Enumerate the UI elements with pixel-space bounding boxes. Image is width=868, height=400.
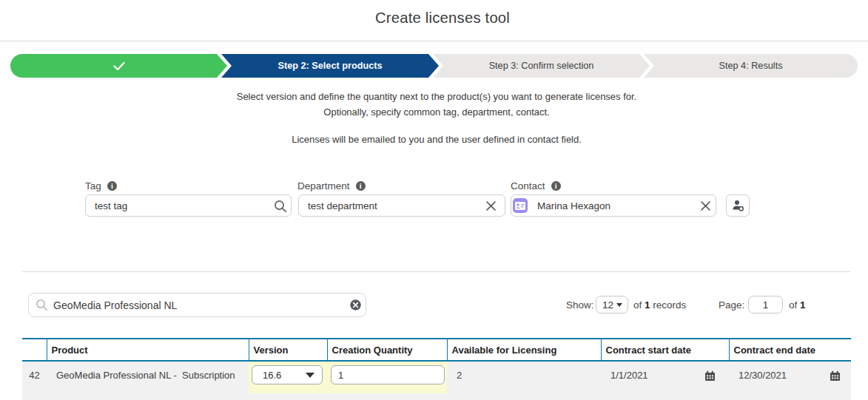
page-size-select[interactable]: 12 [596,296,628,313]
chevron-down-icon [616,303,622,307]
calendar-icon[interactable] [830,370,841,384]
header-version[interactable]: Version [249,339,327,361]
stepper-step-4[interactable]: Step 4: Results [644,54,858,78]
clear-x-icon[interactable] [485,200,497,211]
stepper-step-2-label: Step 2: Select products [277,61,382,71]
circle-clear-icon[interactable] [350,299,361,311]
records-of-text: of [633,299,642,311]
version-value: 16.6 [263,370,281,381]
page-summary: of 1 [789,299,806,311]
search-icon[interactable] [274,200,287,213]
tag-label-text: Tag [85,180,101,191]
page-input[interactable] [748,296,783,313]
instruction-line-2: Optionally, specify common tag, departme… [0,106,868,118]
header-divider [0,41,868,41]
info-icon[interactable]: i [551,181,561,191]
page-total: 1 [800,299,806,311]
page-title: Create licenses tool [0,10,868,27]
header-creation-quantity[interactable]: Creation Quantity [327,339,447,361]
contact-input[interactable] [511,194,716,217]
cell-contract-end-date: 12/30/2021 [729,361,851,400]
user-settings-icon [732,200,744,211]
cell-creation-quantity [327,361,447,400]
department-field-label: Department i [297,180,366,191]
info-icon[interactable]: i [356,181,366,191]
stepper-step-2[interactable]: Step 2: Select products [221,54,439,78]
records-count: 1 [645,299,650,311]
table-row: 42 GeoMedia Professional NL - Subscripti… [22,361,851,400]
header-contract-end-date[interactable]: Contract end date [729,339,851,361]
cell-contract-start-date: 1/1/2021 [601,361,729,400]
stepper-step-4-label: Step 4: Results [719,61,782,71]
cell-product: GeoMedia Professional NL - Subscription [47,361,249,400]
calendar-icon[interactable] [704,370,716,384]
header-available-for-licensing[interactable]: Available for Licensing [447,339,601,361]
department-input[interactable] [298,194,505,217]
records-summary: of 1 records [633,299,686,311]
contract-end-date-value: 12/30/2021 [739,370,787,381]
tag-field-label: Tag i [85,180,117,191]
product-search-box [28,293,366,317]
header-product[interactable]: Product [47,339,249,361]
table-header-row: Product Version Creation Quantity Availa… [22,339,851,361]
info-icon[interactable]: i [107,181,117,191]
checkmark-icon [113,61,125,71]
instruction-line-3: Licenses will be emailed to you and the … [0,134,868,145]
instruction-line-1: Select version and define the quantity n… [0,91,868,102]
stepper-step-1-completed[interactable] [10,54,227,78]
contract-start-date-value: 1/1/2021 [610,370,648,381]
page-of-text: of [789,299,797,311]
cell-version: 16.6 [249,361,327,400]
contact-label-text: Contact [511,180,545,191]
search-icon [36,299,48,311]
creation-quantity-input[interactable] [331,365,445,384]
cell-row-number: 42 [22,361,47,400]
section-divider [22,271,850,272]
version-select[interactable]: 16.6 [252,365,323,384]
page-size-value: 12 [602,299,613,311]
contact-field-label: Contact i [511,180,561,191]
products-table: Product Version Creation Quantity Availa… [22,338,851,400]
chevron-down-icon [306,373,314,378]
header-contract-start-date[interactable]: Contract start date [601,339,729,361]
show-label: Show: [566,299,594,311]
header-row-number [22,339,47,361]
tag-input[interactable] [85,194,292,217]
stepper-step-3-label: Step 3: Confirm selection [489,61,594,71]
product-search-input[interactable] [29,294,366,316]
stepper-step-3[interactable]: Step 3: Confirm selection [433,54,650,78]
assign-user-button[interactable] [726,194,750,217]
records-text: records [653,299,686,311]
contact-card-icon [513,198,528,213]
page-label: Page: [719,299,744,311]
department-label-text: Department [297,180,350,191]
cell-available-for-licensing: 2 [447,361,601,400]
clear-x-icon[interactable] [700,200,711,211]
create-licenses-tool-page: Create licenses tool Step 2: Select prod… [0,0,868,400]
